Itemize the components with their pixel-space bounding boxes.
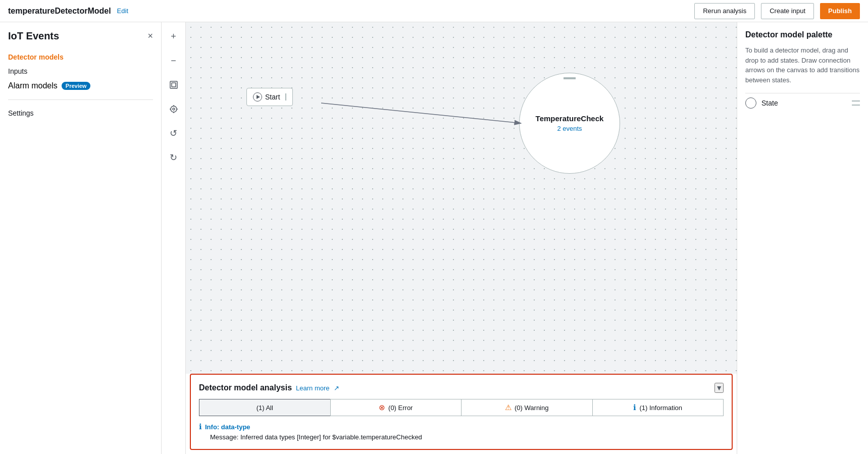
- svg-point-2: [171, 106, 177, 112]
- target-button[interactable]: [166, 101, 182, 117]
- palette-state-label: State: [761, 99, 847, 107]
- sidebar-item-detector-models[interactable]: Detector models: [8, 50, 153, 64]
- right-palette: Detector model palette To build a detect…: [737, 22, 868, 454]
- palette-title: Detector model palette: [745, 30, 860, 39]
- sidebar: IoT Events × Detector models Inputs Alar…: [0, 22, 162, 454]
- filter-all-button[interactable]: (1) All: [199, 399, 330, 416]
- canvas-tools: + − ↺ ↻: [162, 22, 186, 454]
- header: temperatureDetectorModel Edit Rerun anal…: [0, 0, 868, 22]
- state-circle-temperaturecheck[interactable]: TemperatureCheck 2 events: [519, 73, 620, 174]
- canvas[interactable]: Start TemperatureCheck 2 events: [186, 22, 737, 374]
- publish-button[interactable]: Publish: [820, 3, 860, 19]
- analysis-learn-more-link[interactable]: Learn more: [296, 384, 329, 392]
- external-link-icon: ↗: [334, 384, 339, 392]
- info-icon: ℹ: [633, 403, 636, 412]
- analysis-title-group: Detector model analysis Learn more ↗: [199, 383, 339, 392]
- state-circle-events[interactable]: 2 events: [557, 125, 582, 132]
- filter-warning-button[interactable]: ⚠ (0) Warning: [461, 399, 592, 416]
- analysis-header: Detector model analysis Learn more ↗ ▼: [199, 383, 724, 393]
- preview-badge: Preview: [62, 82, 91, 90]
- sidebar-title: IoT Events: [8, 30, 59, 42]
- edit-link[interactable]: Edit: [117, 7, 128, 15]
- analysis-info-label: Info: data-type: [205, 423, 250, 431]
- start-icon: [253, 92, 262, 102]
- svg-line-9: [321, 103, 521, 123]
- analysis-filters: (1) All ⊗ (0) Error ⚠ (0) Warning ℹ (1) …: [199, 399, 724, 416]
- error-icon: ⊗: [379, 403, 385, 412]
- state-circle-handle: [564, 77, 576, 79]
- analysis-message: ℹ Info: data-type Message: Inferred data…: [199, 422, 724, 441]
- sidebar-item-settings[interactable]: Settings: [0, 106, 161, 120]
- sidebar-close-button[interactable]: ×: [147, 31, 153, 41]
- svg-rect-0: [170, 81, 177, 88]
- message-info-icon: ℹ: [199, 422, 202, 431]
- palette-state-circle-icon: [745, 97, 756, 109]
- filter-info-button[interactable]: ℹ (1) Information: [592, 399, 724, 416]
- start-node[interactable]: Start: [246, 88, 293, 106]
- analysis-title: Detector model analysis: [199, 383, 292, 392]
- palette-description: To build a detector model, drag and drop…: [745, 45, 860, 85]
- analysis-collapse-button[interactable]: ▼: [714, 383, 724, 393]
- palette-state-item[interactable]: State: [745, 93, 860, 113]
- filter-error-label: (0) Error: [388, 404, 413, 412]
- start-handle: [285, 93, 286, 100]
- filter-error-button[interactable]: ⊗ (0) Error: [330, 399, 462, 416]
- main-area: IoT Events × Detector models Inputs Alar…: [0, 22, 868, 454]
- sidebar-nav: Detector models Inputs Alarm models Prev…: [0, 50, 161, 93]
- svg-point-3: [173, 108, 175, 110]
- analysis-message-text: Message: Inferred data types [Integer] f…: [199, 433, 724, 441]
- start-label: Start: [265, 93, 280, 101]
- canvas-container: + − ↺ ↻: [162, 22, 737, 454]
- analysis-message-header: ℹ Info: data-type: [199, 422, 724, 431]
- create-input-button[interactable]: Create input: [761, 3, 814, 19]
- sidebar-divider: [8, 99, 153, 100]
- palette-state-handle: [852, 100, 860, 106]
- zoom-in-button[interactable]: +: [166, 28, 182, 44]
- zoom-out-button[interactable]: −: [166, 53, 182, 69]
- analysis-panel: Detector model analysis Learn more ↗ ▼ (…: [190, 374, 733, 450]
- filter-warning-label: (0) Warning: [515, 404, 548, 412]
- rerun-analysis-button[interactable]: Rerun analysis: [694, 3, 755, 19]
- model-name: temperatureDetectorModel: [8, 7, 111, 16]
- filter-info-label: (1) Information: [639, 404, 682, 412]
- filter-all-label: (1) All: [257, 404, 273, 412]
- alarm-models-label: Alarm models: [8, 81, 58, 90]
- redo-button[interactable]: ↻: [166, 149, 182, 166]
- sidebar-item-alarm-models[interactable]: Alarm models Preview: [8, 78, 153, 93]
- fit-button[interactable]: [166, 77, 182, 93]
- sidebar-item-inputs[interactable]: Inputs: [8, 64, 153, 78]
- undo-button[interactable]: ↺: [166, 125, 182, 141]
- warning-icon: ⚠: [505, 403, 512, 412]
- canvas-arrow-svg: [186, 22, 737, 374]
- sidebar-header: IoT Events ×: [0, 30, 161, 50]
- state-circle-name: TemperatureCheck: [536, 114, 604, 123]
- svg-rect-1: [172, 83, 176, 87]
